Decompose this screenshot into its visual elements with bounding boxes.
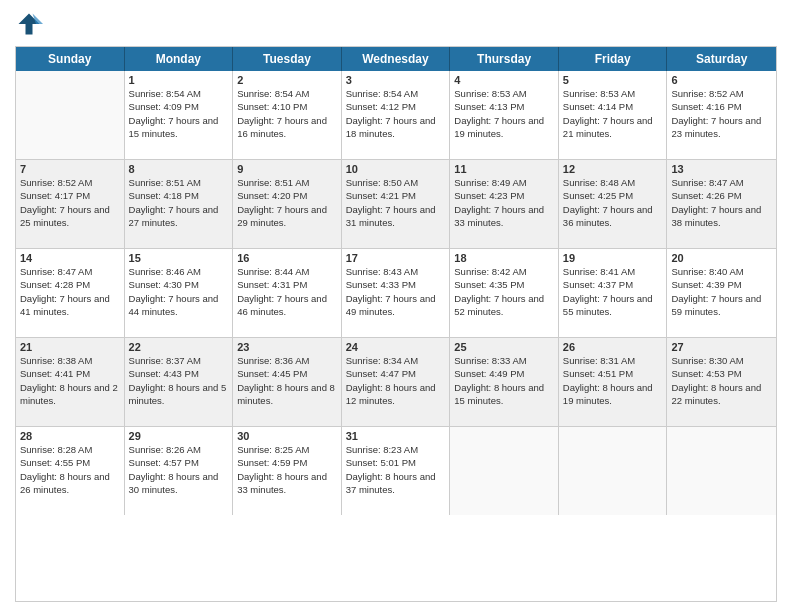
calendar-cell: 19Sunrise: 8:41 AMSunset: 4:37 PMDayligh… bbox=[559, 249, 668, 337]
day-info: Sunrise: 8:43 AMSunset: 4:33 PMDaylight:… bbox=[346, 265, 446, 318]
calendar-cell: 23Sunrise: 8:36 AMSunset: 4:45 PMDayligh… bbox=[233, 338, 342, 426]
day-info: Sunrise: 8:53 AMSunset: 4:13 PMDaylight:… bbox=[454, 87, 554, 140]
day-info: Sunrise: 8:37 AMSunset: 4:43 PMDaylight:… bbox=[129, 354, 229, 407]
calendar-cell: 12Sunrise: 8:48 AMSunset: 4:25 PMDayligh… bbox=[559, 160, 668, 248]
calendar-week-4: 21Sunrise: 8:38 AMSunset: 4:41 PMDayligh… bbox=[16, 338, 776, 427]
calendar-cell: 10Sunrise: 8:50 AMSunset: 4:21 PMDayligh… bbox=[342, 160, 451, 248]
calendar-week-3: 14Sunrise: 8:47 AMSunset: 4:28 PMDayligh… bbox=[16, 249, 776, 338]
day-number: 18 bbox=[454, 252, 554, 264]
day-number: 21 bbox=[20, 341, 120, 353]
day-info: Sunrise: 8:54 AMSunset: 4:10 PMDaylight:… bbox=[237, 87, 337, 140]
day-header-friday: Friday bbox=[559, 47, 668, 71]
day-info: Sunrise: 8:48 AMSunset: 4:25 PMDaylight:… bbox=[563, 176, 663, 229]
calendar-cell: 26Sunrise: 8:31 AMSunset: 4:51 PMDayligh… bbox=[559, 338, 668, 426]
logo-icon bbox=[15, 10, 43, 38]
day-number: 23 bbox=[237, 341, 337, 353]
calendar-cell: 7Sunrise: 8:52 AMSunset: 4:17 PMDaylight… bbox=[16, 160, 125, 248]
day-number: 28 bbox=[20, 430, 120, 442]
day-number: 6 bbox=[671, 74, 772, 86]
calendar-week-2: 7Sunrise: 8:52 AMSunset: 4:17 PMDaylight… bbox=[16, 160, 776, 249]
calendar-cell: 21Sunrise: 8:38 AMSunset: 4:41 PMDayligh… bbox=[16, 338, 125, 426]
day-number: 7 bbox=[20, 163, 120, 175]
day-header-thursday: Thursday bbox=[450, 47, 559, 71]
day-number: 9 bbox=[237, 163, 337, 175]
calendar-week-1: 1Sunrise: 8:54 AMSunset: 4:09 PMDaylight… bbox=[16, 71, 776, 160]
day-number: 22 bbox=[129, 341, 229, 353]
calendar-cell: 24Sunrise: 8:34 AMSunset: 4:47 PMDayligh… bbox=[342, 338, 451, 426]
calendar: SundayMondayTuesdayWednesdayThursdayFrid… bbox=[15, 46, 777, 602]
day-number: 20 bbox=[671, 252, 772, 264]
day-info: Sunrise: 8:51 AMSunset: 4:18 PMDaylight:… bbox=[129, 176, 229, 229]
calendar-body: 1Sunrise: 8:54 AMSunset: 4:09 PMDaylight… bbox=[16, 71, 776, 515]
calendar-cell: 8Sunrise: 8:51 AMSunset: 4:18 PMDaylight… bbox=[125, 160, 234, 248]
day-number: 4 bbox=[454, 74, 554, 86]
calendar-cell: 14Sunrise: 8:47 AMSunset: 4:28 PMDayligh… bbox=[16, 249, 125, 337]
day-header-tuesday: Tuesday bbox=[233, 47, 342, 71]
day-info: Sunrise: 8:53 AMSunset: 4:14 PMDaylight:… bbox=[563, 87, 663, 140]
day-number: 11 bbox=[454, 163, 554, 175]
header bbox=[15, 10, 777, 38]
calendar-cell: 27Sunrise: 8:30 AMSunset: 4:53 PMDayligh… bbox=[667, 338, 776, 426]
calendar-cell: 1Sunrise: 8:54 AMSunset: 4:09 PMDaylight… bbox=[125, 71, 234, 159]
day-info: Sunrise: 8:51 AMSunset: 4:20 PMDaylight:… bbox=[237, 176, 337, 229]
calendar-header: SundayMondayTuesdayWednesdayThursdayFrid… bbox=[16, 47, 776, 71]
day-info: Sunrise: 8:30 AMSunset: 4:53 PMDaylight:… bbox=[671, 354, 772, 407]
day-info: Sunrise: 8:33 AMSunset: 4:49 PMDaylight:… bbox=[454, 354, 554, 407]
calendar-cell: 22Sunrise: 8:37 AMSunset: 4:43 PMDayligh… bbox=[125, 338, 234, 426]
calendar-cell: 15Sunrise: 8:46 AMSunset: 4:30 PMDayligh… bbox=[125, 249, 234, 337]
day-info: Sunrise: 8:42 AMSunset: 4:35 PMDaylight:… bbox=[454, 265, 554, 318]
calendar-cell: 30Sunrise: 8:25 AMSunset: 4:59 PMDayligh… bbox=[233, 427, 342, 515]
day-number: 10 bbox=[346, 163, 446, 175]
day-info: Sunrise: 8:41 AMSunset: 4:37 PMDaylight:… bbox=[563, 265, 663, 318]
day-info: Sunrise: 8:38 AMSunset: 4:41 PMDaylight:… bbox=[20, 354, 120, 407]
calendar-cell: 6Sunrise: 8:52 AMSunset: 4:16 PMDaylight… bbox=[667, 71, 776, 159]
calendar-cell bbox=[667, 427, 776, 515]
calendar-cell: 4Sunrise: 8:53 AMSunset: 4:13 PMDaylight… bbox=[450, 71, 559, 159]
day-info: Sunrise: 8:52 AMSunset: 4:16 PMDaylight:… bbox=[671, 87, 772, 140]
day-number: 8 bbox=[129, 163, 229, 175]
calendar-cell bbox=[16, 71, 125, 159]
day-number: 12 bbox=[563, 163, 663, 175]
day-number: 27 bbox=[671, 341, 772, 353]
day-number: 17 bbox=[346, 252, 446, 264]
day-info: Sunrise: 8:36 AMSunset: 4:45 PMDaylight:… bbox=[237, 354, 337, 407]
day-info: Sunrise: 8:44 AMSunset: 4:31 PMDaylight:… bbox=[237, 265, 337, 318]
day-info: Sunrise: 8:34 AMSunset: 4:47 PMDaylight:… bbox=[346, 354, 446, 407]
calendar-cell: 16Sunrise: 8:44 AMSunset: 4:31 PMDayligh… bbox=[233, 249, 342, 337]
day-number: 26 bbox=[563, 341, 663, 353]
calendar-cell bbox=[559, 427, 668, 515]
day-number: 15 bbox=[129, 252, 229, 264]
day-info: Sunrise: 8:47 AMSunset: 4:28 PMDaylight:… bbox=[20, 265, 120, 318]
day-number: 25 bbox=[454, 341, 554, 353]
calendar-cell: 20Sunrise: 8:40 AMSunset: 4:39 PMDayligh… bbox=[667, 249, 776, 337]
calendar-cell bbox=[450, 427, 559, 515]
day-number: 2 bbox=[237, 74, 337, 86]
calendar-cell: 28Sunrise: 8:28 AMSunset: 4:55 PMDayligh… bbox=[16, 427, 125, 515]
day-info: Sunrise: 8:52 AMSunset: 4:17 PMDaylight:… bbox=[20, 176, 120, 229]
day-number: 19 bbox=[563, 252, 663, 264]
day-info: Sunrise: 8:23 AMSunset: 5:01 PMDaylight:… bbox=[346, 443, 446, 496]
day-info: Sunrise: 8:26 AMSunset: 4:57 PMDaylight:… bbox=[129, 443, 229, 496]
day-info: Sunrise: 8:54 AMSunset: 4:09 PMDaylight:… bbox=[129, 87, 229, 140]
calendar-cell: 5Sunrise: 8:53 AMSunset: 4:14 PMDaylight… bbox=[559, 71, 668, 159]
day-info: Sunrise: 8:25 AMSunset: 4:59 PMDaylight:… bbox=[237, 443, 337, 496]
calendar-cell: 31Sunrise: 8:23 AMSunset: 5:01 PMDayligh… bbox=[342, 427, 451, 515]
calendar-cell: 13Sunrise: 8:47 AMSunset: 4:26 PMDayligh… bbox=[667, 160, 776, 248]
day-info: Sunrise: 8:46 AMSunset: 4:30 PMDaylight:… bbox=[129, 265, 229, 318]
calendar-week-5: 28Sunrise: 8:28 AMSunset: 4:55 PMDayligh… bbox=[16, 427, 776, 515]
day-header-wednesday: Wednesday bbox=[342, 47, 451, 71]
day-info: Sunrise: 8:49 AMSunset: 4:23 PMDaylight:… bbox=[454, 176, 554, 229]
calendar-cell: 18Sunrise: 8:42 AMSunset: 4:35 PMDayligh… bbox=[450, 249, 559, 337]
calendar-cell: 25Sunrise: 8:33 AMSunset: 4:49 PMDayligh… bbox=[450, 338, 559, 426]
day-number: 29 bbox=[129, 430, 229, 442]
day-number: 14 bbox=[20, 252, 120, 264]
day-number: 30 bbox=[237, 430, 337, 442]
day-info: Sunrise: 8:47 AMSunset: 4:26 PMDaylight:… bbox=[671, 176, 772, 229]
day-number: 31 bbox=[346, 430, 446, 442]
calendar-cell: 29Sunrise: 8:26 AMSunset: 4:57 PMDayligh… bbox=[125, 427, 234, 515]
day-header-saturday: Saturday bbox=[667, 47, 776, 71]
day-number: 3 bbox=[346, 74, 446, 86]
day-number: 1 bbox=[129, 74, 229, 86]
day-info: Sunrise: 8:54 AMSunset: 4:12 PMDaylight:… bbox=[346, 87, 446, 140]
day-number: 24 bbox=[346, 341, 446, 353]
